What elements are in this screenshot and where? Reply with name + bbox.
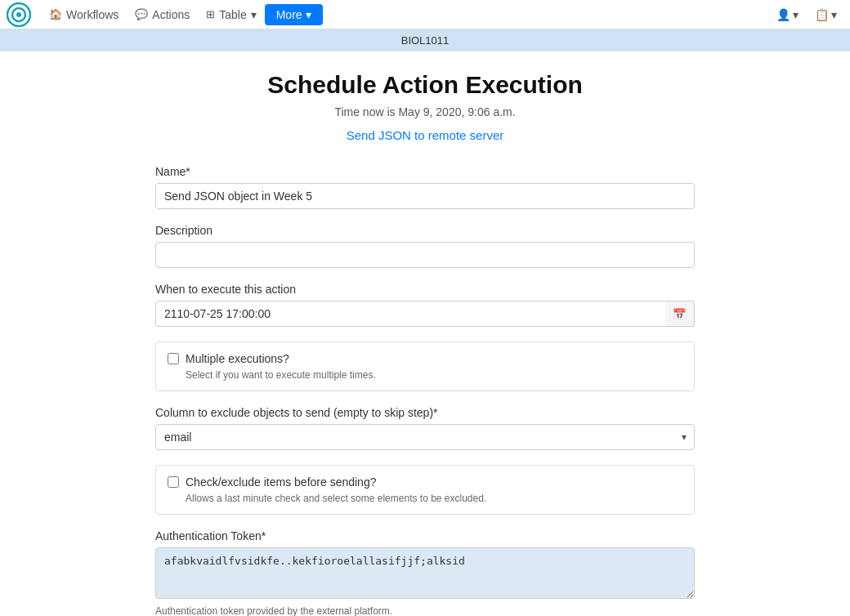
auth-token-group: Authentication Token* afabkvaidlfvsidkfe… — [155, 529, 695, 616]
user-dropdown-icon: ▾ — [793, 8, 799, 21]
more-label: More — [276, 8, 302, 21]
multiple-executions-group: Multiple executions? Select if you want … — [155, 341, 695, 391]
table-icon: ⊞ — [206, 8, 215, 20]
column-group: Column to exclude objects to send (empty… — [155, 406, 695, 450]
column-select[interactable]: email -- empty -- — [155, 424, 695, 450]
nav-right: 👤 ▾ 📋 ▾ — [770, 5, 843, 25]
svg-point-2 — [16, 12, 21, 17]
user-menu-button[interactable]: 👤 ▾ — [770, 5, 805, 25]
table-dropdown-icon: ▾ — [251, 8, 257, 21]
home-icon: 🏠 — [49, 8, 62, 20]
check-exclude-checkbox[interactable] — [168, 476, 179, 488]
auth-token-label: Authentication Token* — [155, 529, 695, 542]
name-input[interactable] — [155, 183, 695, 209]
execute-label: When to execute this action — [155, 283, 695, 296]
document-icon: 📋 — [815, 8, 829, 21]
course-code: BIOL1011 — [401, 34, 450, 47]
description-group: Description — [155, 224, 695, 268]
check-exclude-label[interactable]: Check/exclude items before sending? — [168, 475, 682, 489]
check-exclude-group: Check/exclude items before sending? Allo… — [155, 465, 695, 515]
auth-token-wrapper: afabkvaidlfvsidkfe..kekfioroelallasifjjf… — [155, 547, 695, 601]
multiple-executions-checkbox[interactable] — [168, 353, 179, 364]
nav-workflows[interactable]: 🏠 Workflows — [41, 3, 127, 26]
action-link[interactable]: Send JSON to remote server — [155, 128, 695, 142]
page-content: Schedule Action Execution Time now is Ma… — [139, 51, 711, 616]
column-select-wrapper: email -- empty -- ▾ — [155, 424, 695, 450]
execute-input[interactable] — [155, 301, 695, 327]
column-label: Column to exclude objects to send (empty… — [155, 406, 695, 419]
page-title: Schedule Action Execution — [155, 71, 695, 99]
more-button[interactable]: More ▾ — [265, 4, 323, 25]
nav-table[interactable]: ⊞ Table ▾ — [198, 3, 264, 26]
settings-menu-button[interactable]: 📋 ▾ — [808, 5, 843, 25]
description-input[interactable] — [155, 242, 695, 268]
calendar-button[interactable]: 📅 — [665, 301, 695, 327]
auth-token-hint: Authentication token provided by the ext… — [155, 605, 695, 616]
navbar: 🏠 Workflows 💬 Actions ⊞ Table ▾ More ▾ 👤… — [0, 0, 850, 29]
auth-token-input[interactable]: afabkvaidlfvsidkfe..kekfioroelallasifjjf… — [155, 547, 695, 599]
multiple-executions-label[interactable]: Multiple executions? — [168, 352, 682, 365]
nav-actions[interactable]: 💬 Actions — [127, 3, 198, 26]
workflows-label: Workflows — [66, 8, 119, 21]
datetime-wrapper: 📅 — [155, 301, 695, 327]
execute-group: When to execute this action 📅 — [155, 283, 695, 327]
user-icon: 👤 — [776, 8, 790, 21]
multiple-executions-hint: Select if you want to execute multiple t… — [186, 369, 682, 381]
name-label: Name* — [155, 165, 695, 178]
settings-dropdown-icon: ▾ — [831, 8, 837, 21]
name-group: Name* — [155, 165, 695, 209]
check-exclude-text: Check/exclude items before sending? — [186, 475, 376, 489]
description-label: Description — [155, 224, 695, 237]
multiple-executions-text: Multiple executions? — [186, 352, 289, 365]
more-dropdown-icon: ▾ — [306, 8, 311, 21]
calendar-icon: 📅 — [673, 308, 687, 320]
check-exclude-hint: Allows a last minute check and select so… — [186, 493, 682, 504]
course-banner: BIOL1011 — [0, 29, 850, 51]
page-subtitle: Time now is May 9, 2020, 9:06 a.m. — [155, 105, 695, 118]
table-label: Table — [219, 8, 246, 21]
comment-icon: 💬 — [135, 8, 148, 20]
actions-label: Actions — [152, 8, 190, 21]
brand-logo[interactable] — [7, 2, 31, 27]
